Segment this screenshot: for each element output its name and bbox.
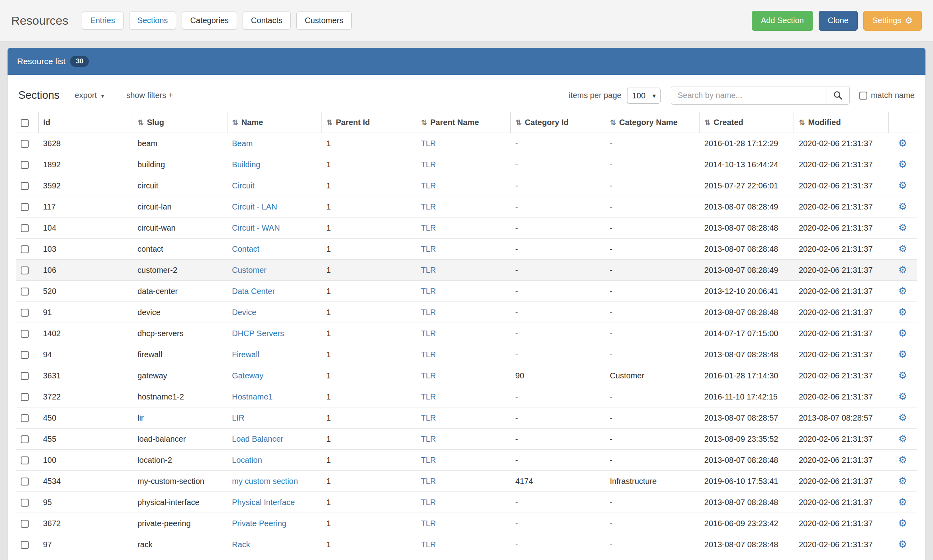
search-button[interactable] — [827, 86, 850, 105]
tab-entries[interactable]: Entries — [82, 12, 123, 29]
column-header-modified[interactable]: ⇅Modified — [794, 112, 888, 133]
column-header-parent-id[interactable]: ⇅Parent Id — [321, 112, 416, 133]
row-settings-gear-icon[interactable]: ⚙ — [898, 180, 907, 191]
row-checkbox[interactable] — [21, 414, 29, 422]
row-checkbox[interactable] — [21, 182, 29, 190]
row-checkbox[interactable] — [21, 351, 29, 359]
resource-name-link[interactable]: my custom section — [232, 477, 298, 486]
row-settings-gear-icon[interactable]: ⚙ — [898, 391, 907, 402]
row-checkbox[interactable] — [21, 140, 29, 148]
row-checkbox[interactable] — [21, 478, 29, 486]
resource-name-link[interactable]: Contact — [232, 245, 259, 253]
row-checkbox[interactable] — [21, 203, 29, 211]
resource-name-link[interactable]: Device — [232, 308, 256, 317]
row-checkbox[interactable] — [21, 456, 29, 464]
resource-name-link[interactable]: Circuit — [232, 181, 255, 190]
row-checkbox[interactable] — [21, 288, 29, 296]
row-checkbox[interactable] — [21, 266, 29, 274]
resource-name-link[interactable]: Data Center — [232, 287, 275, 296]
tab-customers[interactable]: Customers — [296, 12, 352, 29]
row-checkbox[interactable] — [21, 435, 29, 443]
row-settings-gear-icon[interactable]: ⚙ — [898, 517, 907, 529]
tab-sections[interactable]: Sections — [129, 12, 176, 29]
parent-name-link[interactable]: TLR — [421, 540, 436, 549]
show-filters-toggle[interactable]: show filters + — [126, 91, 173, 100]
row-checkbox[interactable] — [21, 520, 29, 528]
resource-name-link[interactable]: LIR — [232, 413, 244, 422]
parent-name-link[interactable]: TLR — [421, 181, 436, 190]
parent-name-link[interactable]: TLR — [421, 371, 436, 380]
parent-name-link[interactable]: TLR — [421, 329, 436, 338]
column-header-name[interactable]: ⇅Name — [227, 112, 321, 133]
parent-name-link[interactable]: TLR — [421, 223, 436, 232]
row-settings-gear-icon[interactable]: ⚙ — [898, 264, 907, 275]
parent-name-link[interactable]: TLR — [421, 477, 436, 486]
column-header-slug[interactable]: ⇅Slug — [133, 112, 227, 133]
column-header-created[interactable]: ⇅Created — [700, 112, 794, 133]
parent-name-link[interactable]: TLR — [421, 456, 436, 464]
parent-name-link[interactable]: TLR — [421, 266, 436, 274]
row-settings-gear-icon[interactable]: ⚙ — [898, 306, 907, 317]
row-settings-gear-icon[interactable]: ⚙ — [898, 475, 907, 486]
row-settings-gear-icon[interactable]: ⚙ — [898, 159, 907, 170]
resource-name-link[interactable]: Private Peering — [232, 519, 286, 528]
match-name-checkbox[interactable] — [859, 92, 867, 100]
parent-name-link[interactable]: TLR — [421, 392, 436, 401]
row-settings-gear-icon[interactable]: ⚙ — [898, 243, 907, 254]
row-settings-gear-icon[interactable]: ⚙ — [898, 412, 907, 423]
column-header-category-name[interactable]: ⇅Category Name — [605, 112, 700, 133]
resource-name-link[interactable]: Gateway — [232, 371, 263, 380]
resource-name-link[interactable]: Physical Interface — [232, 498, 295, 507]
parent-name-link[interactable]: TLR — [421, 308, 436, 317]
row-settings-gear-icon[interactable]: ⚙ — [898, 327, 907, 339]
parent-name-link[interactable]: TLR — [421, 160, 436, 169]
row-checkbox[interactable] — [21, 245, 29, 253]
row-settings-gear-icon[interactable]: ⚙ — [898, 454, 907, 465]
parent-name-link[interactable]: TLR — [421, 435, 436, 443]
parent-name-link[interactable]: TLR — [421, 519, 436, 528]
resource-name-link[interactable]: Load Balancer — [232, 435, 283, 443]
resource-name-link[interactable]: Building — [232, 160, 260, 169]
row-checkbox[interactable] — [21, 541, 29, 549]
add-section-button[interactable]: Add Section — [752, 11, 813, 31]
tab-categories[interactable]: Categories — [182, 12, 237, 29]
parent-name-link[interactable]: TLR — [421, 287, 436, 296]
row-checkbox[interactable] — [21, 330, 29, 338]
column-header-category-id[interactable]: ⇅Category Id — [511, 112, 605, 133]
row-checkbox[interactable] — [21, 393, 29, 401]
row-settings-gear-icon[interactable]: ⚙ — [898, 201, 907, 212]
items-per-page-select[interactable]: 100 — [627, 88, 661, 104]
row-checkbox[interactable] — [21, 309, 29, 317]
select-all-checkbox[interactable] — [21, 119, 29, 127]
parent-name-link[interactable]: TLR — [421, 139, 436, 148]
row-settings-gear-icon[interactable]: ⚙ — [898, 285, 907, 296]
row-checkbox[interactable] — [21, 161, 29, 169]
resource-name-link[interactable]: Hostname1 — [232, 392, 272, 401]
resource-name-link[interactable]: DHCP Servers — [232, 329, 284, 338]
parent-name-link[interactable]: TLR — [421, 350, 436, 359]
match-name-option[interactable]: match name — [859, 91, 915, 100]
row-settings-gear-icon[interactable]: ⚙ — [898, 137, 907, 149]
settings-button[interactable]: Settings ⚙ — [863, 11, 922, 31]
row-settings-gear-icon[interactable]: ⚙ — [898, 433, 907, 444]
parent-name-link[interactable]: TLR — [421, 245, 436, 253]
export-dropdown[interactable]: export ▾ — [75, 91, 104, 100]
row-settings-gear-icon[interactable]: ⚙ — [898, 370, 907, 381]
resource-name-link[interactable]: Beam — [232, 139, 253, 148]
resource-name-link[interactable]: Location — [232, 456, 262, 464]
row-settings-gear-icon[interactable]: ⚙ — [898, 349, 907, 360]
column-header-parent-name[interactable]: ⇅Parent Name — [416, 112, 510, 133]
row-settings-gear-icon[interactable]: ⚙ — [898, 222, 907, 233]
row-settings-gear-icon[interactable]: ⚙ — [898, 538, 907, 550]
parent-name-link[interactable]: TLR — [421, 202, 436, 211]
row-checkbox[interactable] — [21, 499, 29, 507]
clone-button[interactable]: Clone — [819, 11, 858, 31]
resource-name-link[interactable]: Rack — [232, 540, 250, 549]
parent-name-link[interactable]: TLR — [421, 498, 436, 507]
resource-name-link[interactable]: Circuit - WAN — [232, 223, 280, 232]
resource-name-link[interactable]: Circuit - LAN — [232, 202, 277, 211]
resource-name-link[interactable]: Customer — [232, 266, 267, 274]
row-checkbox[interactable] — [21, 372, 29, 380]
tab-contacts[interactable]: Contacts — [243, 12, 291, 29]
resource-name-link[interactable]: Firewall — [232, 350, 259, 359]
